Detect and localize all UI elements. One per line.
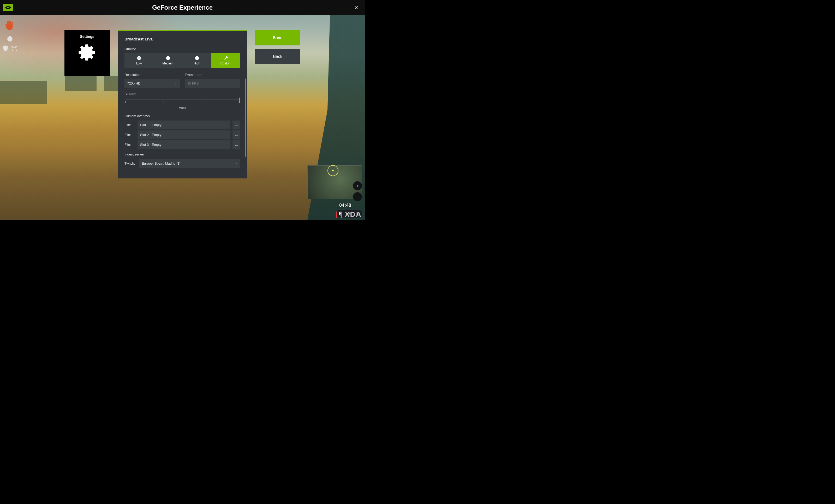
slot-1-value: Slot 1 - Empty [140,123,162,127]
wrench-icon [224,56,228,61]
slot-2-field[interactable]: Slot 2 - Empty [138,130,230,139]
quality-label: Quality: [124,47,240,51]
overlay-slot-2: File: Slot 2 - Empty ... [124,130,240,139]
file-label-3: File: [124,143,136,147]
framerate-value: 30 FPS [187,81,199,85]
gauge-high-icon [195,56,199,61]
chevron-down-icon [235,162,238,165]
tick-3: 3 [201,101,202,104]
quality-low-label: Low [136,62,142,65]
slot-3-field[interactable]: Slot 3 - Empty [138,140,230,149]
slot-3-value: Slot 3 - Empty [140,143,162,147]
resolution-value: 720p HD [127,81,140,85]
titlebar: GeForce Experience [0,0,365,15]
tick-4: 4 [239,101,240,104]
close-button[interactable] [352,4,360,12]
overlays-label: Custom overlays [124,114,240,118]
bracket-right-icon: ] [340,210,343,218]
overlay-slot-3: File: Slot 3 - Empty ... [124,140,240,149]
close-icon [354,5,359,10]
nvidia-logo [3,4,13,11]
quality-high-label: High [194,62,200,65]
quality-medium-label: Medium [162,62,174,65]
back-button[interactable]: Back [255,49,300,64]
ingest-label: Ingest server [124,152,240,156]
overlay-slot-1: File: Slot 1 - Empty ... [124,121,240,129]
action-column: Save Back [255,30,300,178]
twitch-server-value: Europe: Spain, Madrid (1) [142,162,181,165]
scrollbar-thumb[interactable] [245,79,246,157]
quality-option-low[interactable]: Low [124,53,154,68]
chevron-down-icon [174,82,178,85]
settings-tile[interactable]: Settings [64,30,110,76]
quality-option-high[interactable]: High [182,53,211,68]
slider-ticks: 1 2 3 4 [124,101,240,104]
browse-button-3[interactable]: ... [232,140,240,149]
bitrate-label: Bit rate: [124,92,240,96]
browse-button-1[interactable]: ... [232,121,240,129]
watermark-text: XDA [345,210,362,218]
twitch-server-select[interactable]: Europe: Spain, Madrid (1) [139,159,240,168]
resolution-label: Resolution: [124,73,180,77]
noise-gauge [353,192,362,202]
slot-1-field[interactable]: Slot 1 - Empty [138,121,230,129]
panel-scrollbar[interactable] [245,79,246,173]
resolution-select[interactable]: 720p HD [124,79,180,88]
settings-label: Settings [80,35,94,39]
quality-option-medium[interactable]: Medium [154,53,182,68]
panel-title: Broadcast LIVE [124,37,240,41]
nvidia-eye-icon [5,5,12,10]
quality-custom-label: Custom [221,62,231,65]
temperature-gauge: ❄ [353,181,362,190]
browse-button-2[interactable]: ... [232,130,240,139]
twitch-label: Twitch: [124,162,137,165]
gauge-medium-icon [166,56,170,61]
slider-track [125,99,240,99]
tick-1: 1 [124,101,126,104]
framerate-input[interactable]: 30 FPS [185,79,240,88]
slot-2-value: Slot 2 - Empty [140,133,162,137]
quality-option-custom[interactable]: Custom [211,53,240,68]
tick-2: 2 [163,101,164,104]
file-label-1: File: [124,123,136,127]
bitrate-slider[interactable]: 1 2 3 4 [124,98,240,106]
twitch-server-row: Twitch: Europe: Spain, Madrid (1) [124,159,240,168]
save-button[interactable]: Save [255,30,300,45]
file-label-2: File: [124,133,136,137]
broadcast-settings-panel: Broadcast LIVE Quality: Low Medium High [118,30,247,178]
bracket-left-icon: [ [335,210,339,218]
gauge-low-icon [137,56,141,61]
overlay-row: Settings Broadcast LIVE Quality: Low Med… [0,30,365,178]
back-label: Back [273,54,282,59]
game-time: 04:40 [339,203,351,208]
save-label: Save [273,36,282,40]
framerate-label: Frame rate: [185,73,240,77]
xda-watermark: [ ] XDA [335,210,362,218]
app-title: GeForce Experience [0,4,365,11]
quality-selector: Low Medium High Custom [124,53,240,68]
gear-icon [77,42,97,63]
bitrate-unit: Mbps [124,106,240,109]
